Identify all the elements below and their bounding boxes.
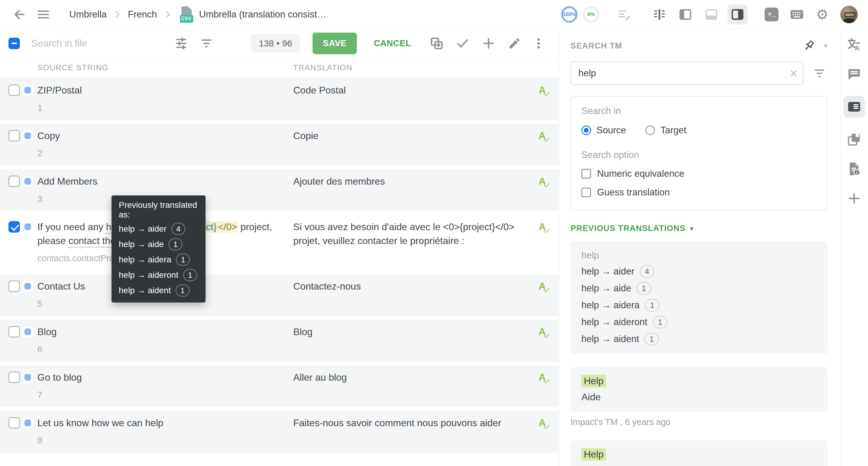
prev-item[interactable]: help → aidera1 [581, 299, 817, 312]
menu-icon[interactable] [35, 6, 52, 23]
tune-filters-icon[interactable] [173, 35, 189, 52]
top-bar: Umbrella French CSV Umbrella (translatio… [0, 0, 868, 29]
tm-query: help [578, 68, 596, 79]
tm-result-source: Help [581, 448, 606, 461]
clear-icon[interactable]: × [789, 67, 798, 80]
avatar[interactable] [840, 6, 858, 23]
search-tm-panel: SEARCH TM ▾ help × Search in Source Targ… [559, 29, 841, 466]
prev-query: help [581, 250, 817, 261]
tooltip-item: help → aideront1 [119, 269, 198, 281]
row-checkbox[interactable] [8, 176, 20, 187]
table-row[interactable]: Go to blog 7 Aller au blog [0, 366, 559, 407]
breadcrumb-language[interactable]: French [128, 9, 157, 20]
bottom-panel-view-icon[interactable] [703, 6, 720, 23]
previous-translations-card: help help → aider4 help → aide1 help → a… [570, 241, 828, 354]
copy-source-icon[interactable] [429, 35, 445, 52]
back-button[interactable] [10, 6, 27, 23]
select-all-checkbox[interactable] [8, 38, 20, 49]
string-list: ZIP/Postal 1 Code Postal Copy 2 Copie Ad… [0, 78, 559, 453]
source-text: Let us know how we can help [37, 417, 163, 428]
table-row[interactable]: Blog 6 Blog [0, 320, 559, 362]
prev-item[interactable]: help → aident1 [581, 333, 817, 345]
translate-icon[interactable]: A [846, 37, 862, 53]
tooltip-title: Previously translated as: [119, 200, 198, 220]
count-badge: 1 [183, 269, 197, 281]
previous-translations-header[interactable]: PREVIOUS TRANSLATIONS▾ [570, 224, 828, 233]
translation-text: Ajouter des membres [293, 174, 532, 188]
status-dot [22, 417, 33, 428]
row-checkbox[interactable] [8, 281, 20, 292]
status-dot [22, 130, 33, 141]
tm-match-word: contact the [68, 235, 116, 246]
table-row[interactable]: Copy 2 Copie [0, 124, 559, 166]
approved-progress-value: 0% [582, 6, 600, 23]
row-checkbox[interactable] [8, 326, 20, 338]
chevron-down-icon: ▾ [690, 225, 693, 233]
edit-list-icon[interactable] [616, 6, 633, 23]
translation-text: Aller au blog [293, 370, 532, 384]
keyboard-icon[interactable] [788, 6, 805, 23]
terminal-icon[interactable]: >_ [763, 6, 780, 23]
checkbox-numeric-equivalence[interactable]: Numeric equivalence [581, 168, 817, 179]
search-option-label: Search option [581, 150, 817, 161]
prev-item[interactable]: help → aider4 [581, 265, 817, 278]
search-in-file-input[interactable]: Search in file [31, 38, 173, 49]
prev-item[interactable]: help → aide1 [581, 282, 817, 295]
row-checkbox-checked[interactable] [8, 221, 20, 233]
prev-item[interactable]: help → aideront1 [581, 316, 817, 328]
count-badge: 4 [172, 223, 185, 235]
table-row-selected[interactable]: If you need any help with the <0>{projec… [0, 215, 559, 270]
translated-progress-ring[interactable]: 100% [561, 6, 578, 23]
count-badge: 1 [176, 285, 190, 296]
row-checkbox[interactable] [8, 372, 20, 383]
source-text: Contact Us [37, 281, 85, 292]
table-row[interactable]: Contact Us 5 Contactez-nous [0, 274, 559, 316]
source-text: Blog [37, 326, 57, 337]
add-panel-icon[interactable] [846, 191, 862, 206]
tm-result[interactable]: Help Aide Impact's TM , 6 years ago [570, 367, 828, 427]
status-dot [22, 85, 33, 96]
spellcheck-icon [538, 130, 552, 145]
edit-pencil-icon[interactable] [506, 35, 523, 52]
count-badge: 1 [644, 333, 659, 345]
filter-icon[interactable] [198, 35, 215, 52]
approve-check-icon[interactable] [455, 35, 471, 52]
left-panel-view-icon[interactable] [677, 6, 694, 23]
breadcrumb-project[interactable]: Umbrella [69, 9, 107, 20]
row-checkbox[interactable] [8, 130, 20, 142]
tm-result-meta: Impact's TM , 6 years ago [570, 417, 828, 427]
gear-icon[interactable]: ⚙ [814, 6, 831, 23]
search-tm-tab-active[interactable] [843, 96, 865, 118]
table-row[interactable]: ZIP/Postal 1 Code Postal [0, 79, 559, 120]
radio-source[interactable]: Source [581, 125, 626, 136]
file-info-icon[interactable] [846, 161, 862, 177]
spellcheck-icon [538, 221, 552, 236]
file-title[interactable]: Umbrella (translation consist… [199, 9, 327, 20]
glossary-icon[interactable] [846, 132, 862, 147]
tm-search-input[interactable]: help × [570, 61, 804, 85]
table-row[interactable]: Let us know how we can help 8 Faites-nou… [0, 411, 559, 453]
tm-filter-icon[interactable] [811, 65, 828, 82]
editor-main: Search in file 138 • 96 SAVE CANCEL [0, 29, 559, 466]
checkbox-guess-translation[interactable]: Guess translation [581, 187, 817, 198]
save-button[interactable]: SAVE [313, 33, 357, 54]
tm-result-target: Aide [581, 391, 817, 403]
side-by-side-view-icon[interactable] [651, 6, 668, 23]
table-row[interactable]: Add Members 3 Ajouter des membres [0, 170, 559, 211]
source-text: Copy [37, 130, 60, 141]
radio-target[interactable]: Target [645, 125, 686, 136]
status-dot [22, 222, 33, 232]
spellcheck-icon [538, 417, 552, 432]
approved-progress-ring[interactable]: 0% [582, 6, 600, 23]
comments-icon[interactable] [846, 66, 862, 82]
count-badge: 1 [637, 282, 651, 295]
right-panel-view-active[interactable] [727, 4, 747, 24]
cancel-button[interactable]: CANCEL [374, 38, 411, 48]
add-string-icon[interactable] [480, 35, 497, 52]
row-checkbox[interactable] [8, 84, 20, 96]
pin-icon[interactable] [802, 39, 815, 53]
tm-result[interactable]: Help Aide Impact's TM [570, 440, 828, 466]
more-kebab-icon[interactable] [530, 35, 547, 52]
chevron-down-icon[interactable]: ▾ [824, 41, 828, 51]
row-checkbox[interactable] [8, 417, 20, 429]
